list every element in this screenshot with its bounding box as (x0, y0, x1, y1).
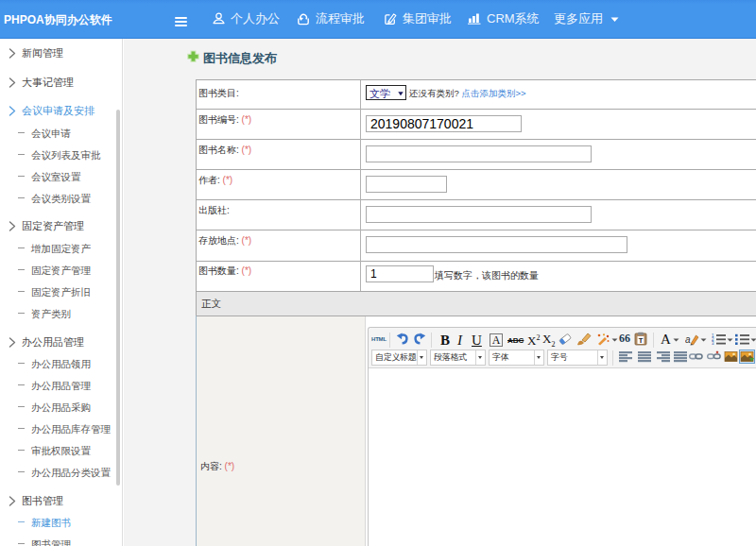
svg-text:3: 3 (712, 341, 714, 345)
svg-text:T: T (639, 336, 644, 345)
svg-text:a: a (685, 334, 691, 345)
